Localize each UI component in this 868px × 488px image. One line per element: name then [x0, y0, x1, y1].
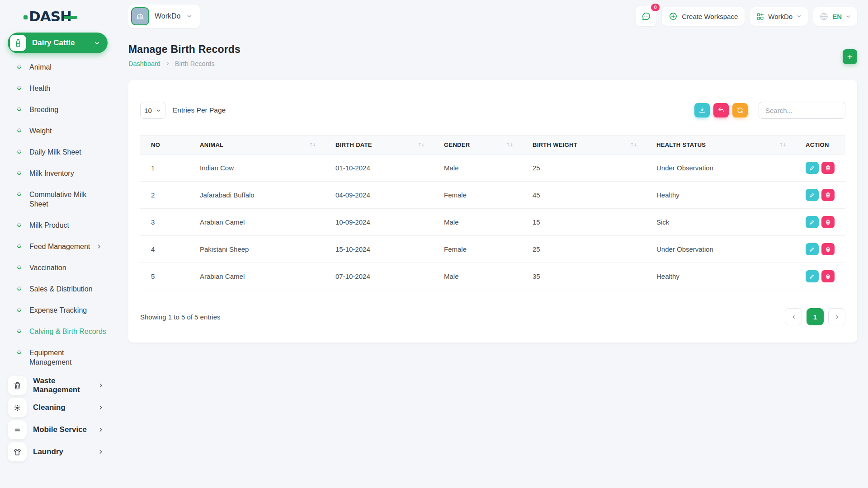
sidebar-item-equipment-management[interactable]: Equipment Management — [17, 342, 118, 373]
chevron-right-icon — [98, 427, 104, 433]
delete-button[interactable] — [821, 243, 835, 255]
main-area: WorkDo 0 Create Workspace WorkDo — [118, 0, 868, 488]
create-workspace-label: Create Workspace — [682, 13, 738, 20]
pagination-page-1-button[interactable]: 1 — [807, 308, 824, 325]
cell-birth-weight: 15 — [524, 209, 647, 236]
cell-birth-weight: 25 — [524, 155, 647, 182]
sidebar-item-label: Milk Product — [29, 221, 69, 230]
bullet-icon — [16, 307, 22, 313]
entries-summary: Showing 1 to 5 of 5 entries — [140, 313, 221, 321]
cell-health-status: Under Observation — [647, 236, 797, 263]
pagination-prev-button[interactable] — [785, 308, 802, 325]
breadcrumb-current: Birth Records — [175, 60, 215, 67]
sidebar-item-milk-product[interactable]: Milk Product — [17, 215, 118, 236]
sidebar-item-commulative-milk-sheet[interactable]: Commulative Milk Sheet — [17, 184, 118, 215]
edit-button[interactable] — [806, 216, 819, 228]
cell-no: 1 — [140, 155, 191, 182]
bullet-icon — [16, 149, 22, 155]
sort-icon: ↑↓ — [309, 142, 316, 148]
module-label: Laundry — [33, 447, 63, 456]
module-laundry[interactable]: Laundry — [0, 442, 118, 461]
birth-records-table: NO ANIMAL↑↓ BIRTH DATE↑↓ GENDER↑↓ BIRTH … — [140, 135, 845, 290]
chevron-right-icon — [165, 61, 170, 66]
sidebar-item-label: Sales & Distribution — [29, 284, 93, 294]
cell-birth-date: 07-10-2024 — [326, 263, 435, 290]
column-header-birth-weight[interactable]: BIRTH WEIGHT↑↓ — [524, 136, 647, 155]
create-workspace-button[interactable]: Create Workspace — [662, 7, 745, 26]
bullet-icon — [16, 328, 22, 334]
column-label: BIRTH WEIGHT — [533, 141, 577, 148]
sidebar-item-breeding[interactable]: Breeding — [17, 99, 118, 120]
sidebar-item-label: Milk Inventory — [29, 169, 74, 178]
sidebar-item-milk-inventory[interactable]: Milk Inventory — [17, 163, 118, 184]
delete-button[interactable] — [821, 270, 835, 282]
cell-animal: Arabian Camel — [191, 263, 326, 290]
edit-icon — [809, 192, 815, 198]
sidebar-item-daily-milk-sheet[interactable]: Daily Milk Sheet — [17, 141, 118, 163]
sidebar-item-sales-distribution[interactable]: Sales & Distribution — [17, 278, 118, 300]
chevron-right-icon — [98, 449, 104, 455]
entries-per-page-select[interactable]: 10 — [140, 102, 165, 119]
column-header-health-status[interactable]: HEALTH STATUS↑↓ — [647, 136, 797, 155]
edit-icon — [809, 219, 815, 225]
brightness-icon — [8, 398, 27, 417]
card-footer: Showing 1 to 5 of 5 entries 1 — [140, 308, 845, 325]
module-mobile-service[interactable]: Mobile Service — [0, 420, 118, 439]
sidebar-item-weight[interactable]: Weight — [17, 120, 118, 141]
milk-bottle-icon — [10, 35, 26, 51]
sidebar-nav: Animal Health Breeding Weight Daily Milk… — [0, 56, 118, 373]
messages-button[interactable]: 0 — [636, 6, 656, 26]
delete-button[interactable] — [821, 162, 835, 174]
page-content: Manage Birth Records Dashboard Birth Rec… — [118, 33, 868, 488]
sort-icon: ↑↓ — [630, 142, 637, 148]
delete-button[interactable] — [821, 189, 835, 201]
table-header-row: NO ANIMAL↑↓ BIRTH DATE↑↓ GENDER↑↓ BIRTH … — [140, 136, 845, 155]
edit-button[interactable] — [806, 189, 819, 201]
add-record-button[interactable]: + — [843, 49, 857, 64]
sidebar-item-animal[interactable]: Animal — [17, 56, 118, 78]
delete-icon — [825, 246, 831, 252]
column-header-animal[interactable]: ANIMAL↑↓ — [191, 136, 326, 155]
refresh-button[interactable] — [732, 103, 748, 117]
delete-button[interactable] — [821, 216, 835, 228]
bullet-icon — [16, 349, 22, 355]
column-header-birth-date[interactable]: BIRTH DATE↑↓ — [326, 136, 435, 155]
language-selector[interactable]: EN — [813, 7, 857, 26]
breadcrumb-dashboard-link[interactable]: Dashboard — [128, 60, 160, 67]
pagination-next-button[interactable] — [828, 308, 845, 325]
sort-icon: ↑↓ — [779, 142, 786, 148]
entries-per-page-label: Entries Per Page — [173, 106, 226, 114]
column-header-gender[interactable]: GENDER↑↓ — [435, 136, 524, 155]
sidebar-item-expense-tracking[interactable]: Expense Tracking — [17, 300, 118, 321]
sidebar-item-vaccination[interactable]: Vaccination — [17, 257, 118, 278]
apps-menu-button[interactable]: WorkDo — [750, 7, 808, 26]
chevron-right-icon — [98, 404, 104, 411]
search-input[interactable] — [759, 102, 845, 119]
sidebar-item-label: Feed Management — [29, 242, 90, 251]
module-label: Cleaning — [33, 403, 66, 412]
sidebar-item-health[interactable]: Health — [17, 78, 118, 99]
cell-gender: Male — [435, 155, 524, 182]
edit-button[interactable] — [806, 270, 819, 282]
undo-button[interactable] — [713, 103, 729, 117]
sidebar-item-label: Calving & Birth Records — [29, 327, 106, 336]
column-label: NO — [151, 141, 160, 148]
sidebar-item-label: Equipment Management — [29, 348, 97, 367]
sidebar-item-label: Health — [29, 84, 50, 93]
edit-button[interactable] — [806, 162, 819, 174]
sidebar-item-calving-birth-records[interactable]: Calving & Birth Records — [17, 321, 118, 342]
brand-logo[interactable]: DASH — [0, 0, 118, 33]
bullet-icon — [16, 243, 22, 249]
workspace-selector[interactable]: WorkDo — [128, 5, 200, 28]
sidebar-item-label: Weight — [29, 126, 52, 136]
cell-gender: Male — [435, 209, 524, 236]
messages-badge: 0 — [651, 4, 660, 11]
sidebar-section-dairy-cattle[interactable]: Dairy Cattle — [8, 33, 108, 53]
column-header-action: ACTION — [797, 136, 845, 155]
module-waste-management[interactable]: Waste Management — [0, 376, 118, 395]
grid-icon — [756, 12, 764, 21]
module-cleaning[interactable]: Cleaning — [0, 398, 118, 417]
edit-button[interactable] — [806, 243, 819, 255]
sidebar-item-feed-management[interactable]: Feed Management — [17, 236, 118, 257]
export-download-button[interactable] — [694, 103, 710, 117]
